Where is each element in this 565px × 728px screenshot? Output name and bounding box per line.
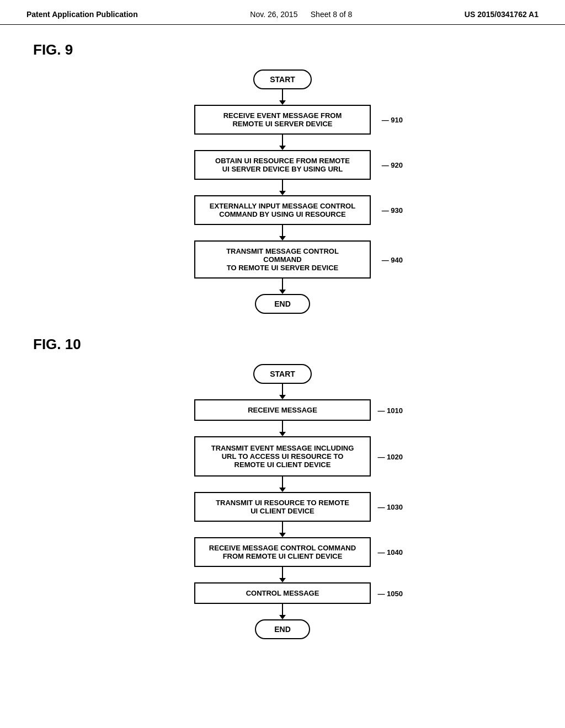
fig9-step-920: OBTAIN UI RESOURCE FROM REMOTEUI SERVER … <box>194 150 371 180</box>
fig10-step-1030-row: TRANSMIT UI RESOURCE TO REMOTEUI CLIENT … <box>194 492 371 522</box>
fig9-step-910-label: — 910 <box>382 116 403 124</box>
arrow-head <box>279 290 286 294</box>
arrow-line <box>282 567 283 578</box>
fig10-step-1020-row: TRANSMIT EVENT MESSAGE INCLUDINGURL TO A… <box>194 436 371 477</box>
fig9-arrow-2 <box>279 180 286 195</box>
arrow-head <box>279 578 286 582</box>
fig9-step-920-label: — 920 <box>382 161 403 169</box>
fig10-arrow-3 <box>279 522 286 537</box>
arrow-line <box>282 135 283 146</box>
fig9-step-910-row: RECEIVE EVENT MESSAGE FROMREMOTE UI SERV… <box>194 105 371 135</box>
fig10-step-1050: CONTROL MESSAGE — 1050 <box>194 582 371 604</box>
arrow-line <box>282 279 283 290</box>
arrow-line <box>282 89 283 100</box>
arrow-head <box>279 615 286 619</box>
fig9-step-940-label: — 940 <box>382 255 403 264</box>
fig10-arrow-2 <box>279 477 286 492</box>
arrow-head <box>279 395 286 399</box>
fig9-step-930: EXTERNALLY INPUT MESSAGE CONTROLCOMMAND … <box>194 195 371 225</box>
fig10-step-1040-label: — 1040 <box>377 548 403 556</box>
header-left: Patent Application Publication <box>26 10 138 19</box>
arrow-line <box>282 225 283 236</box>
arrow-line <box>282 604 283 615</box>
fig10-arrow-5 <box>279 604 286 619</box>
fig10-step-1050-row: CONTROL MESSAGE — 1050 <box>194 582 371 604</box>
fig10-start: START <box>253 364 312 384</box>
header-sheet: Sheet 8 of 8 <box>311 10 353 19</box>
fig9-flowchart: START RECEIVE EVENT MESSAGE FROMREMOTE U… <box>33 69 532 314</box>
arrow-line <box>282 180 283 191</box>
fig9-arrow-1 <box>279 135 286 150</box>
fig10-section: FIG. 10 START RECEIVE MESSAGE — 1010 <box>33 336 532 639</box>
arrow-head <box>279 100 286 105</box>
arrow-head <box>279 432 286 436</box>
fig9-step-920-row: OBTAIN UI RESOURCE FROM REMOTEUI SERVER … <box>194 150 371 180</box>
arrow-head <box>279 533 286 537</box>
header: Patent Application Publication Nov. 26, … <box>0 0 565 25</box>
fig10-end: END <box>255 619 310 639</box>
page: Patent Application Publication Nov. 26, … <box>0 0 565 728</box>
fig9-end: END <box>255 294 310 314</box>
fig9-arrow-4 <box>279 279 286 294</box>
fig9-step-940: TRANSMIT MESSAGE CONTROL COMMANDTO REMOT… <box>194 240 371 279</box>
fig10-arrow-1 <box>279 421 286 436</box>
fig10-step-1040-row: RECEIVE MESSAGE CONTROL COMMANDFROM REMO… <box>194 537 371 567</box>
arrow-line <box>282 522 283 533</box>
fig9-section: FIG. 9 START RECEIVE EVENT MESSAGE FROMR… <box>33 41 532 314</box>
fig10-step-1020: TRANSMIT EVENT MESSAGE INCLUDINGURL TO A… <box>194 436 371 477</box>
fig10-label: FIG. 10 <box>33 336 532 353</box>
fig10-step-1050-label: — 1050 <box>377 589 403 597</box>
fig9-step-910: RECEIVE EVENT MESSAGE FROMREMOTE UI SERV… <box>194 105 371 135</box>
fig9-start: START <box>253 69 312 89</box>
content: FIG. 9 START RECEIVE EVENT MESSAGE FROMR… <box>0 25 565 678</box>
fig10-step-1040: RECEIVE MESSAGE CONTROL COMMANDFROM REMO… <box>194 537 371 567</box>
fig10-step-1030-label: — 1030 <box>377 503 403 511</box>
arrow-head <box>279 236 286 240</box>
arrow-line <box>282 384 283 395</box>
header-center: Nov. 26, 2015 Sheet 8 of 8 <box>250 10 352 19</box>
fig9-arrow-3 <box>279 225 286 240</box>
arrow-line <box>282 477 283 488</box>
fig10-step-1010-label: — 1010 <box>377 406 403 414</box>
arrow-head <box>279 488 286 492</box>
arrow-head <box>279 146 286 150</box>
fig10-flowchart: START RECEIVE MESSAGE — 1010 <box>33 364 532 639</box>
fig9-arrow-0 <box>279 89 286 105</box>
fig10-step-1020-label: — 1020 <box>377 452 403 461</box>
fig10-step-1030: TRANSMIT UI RESOURCE TO REMOTEUI CLIENT … <box>194 492 371 522</box>
fig10-arrow-4 <box>279 567 286 582</box>
fig10-arrow-0 <box>279 384 286 399</box>
arrow-line <box>282 421 283 432</box>
header-date: Nov. 26, 2015 <box>250 10 297 19</box>
fig9-step-940-row: TRANSMIT MESSAGE CONTROL COMMANDTO REMOT… <box>194 240 371 279</box>
fig9-step-930-label: — 930 <box>382 206 403 215</box>
fig9-step-930-row: EXTERNALLY INPUT MESSAGE CONTROLCOMMAND … <box>194 195 371 225</box>
arrow-head <box>279 191 286 195</box>
header-right: US 2015/0341762 A1 <box>465 10 539 19</box>
fig10-step-1010-row: RECEIVE MESSAGE — 1010 <box>194 399 371 421</box>
fig9-label: FIG. 9 <box>33 41 532 58</box>
fig10-step-1010: RECEIVE MESSAGE — 1010 <box>194 399 371 421</box>
